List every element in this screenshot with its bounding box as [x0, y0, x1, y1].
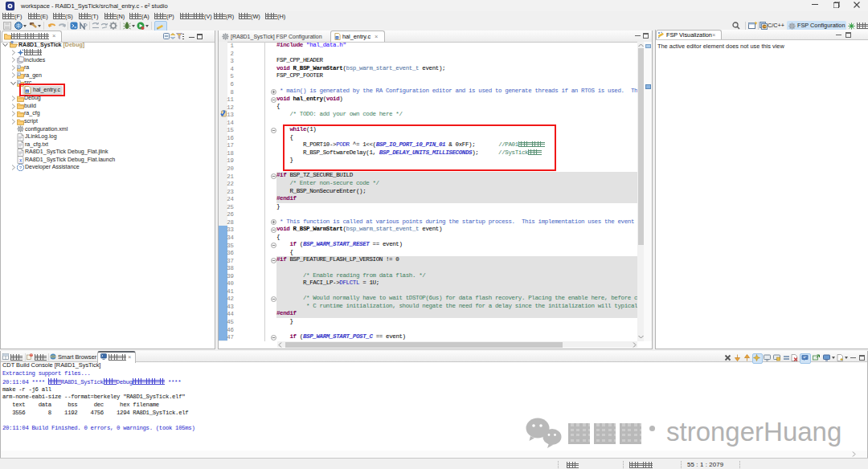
svg-text:c: c [336, 35, 338, 39]
svg-text:C: C [763, 24, 766, 29]
